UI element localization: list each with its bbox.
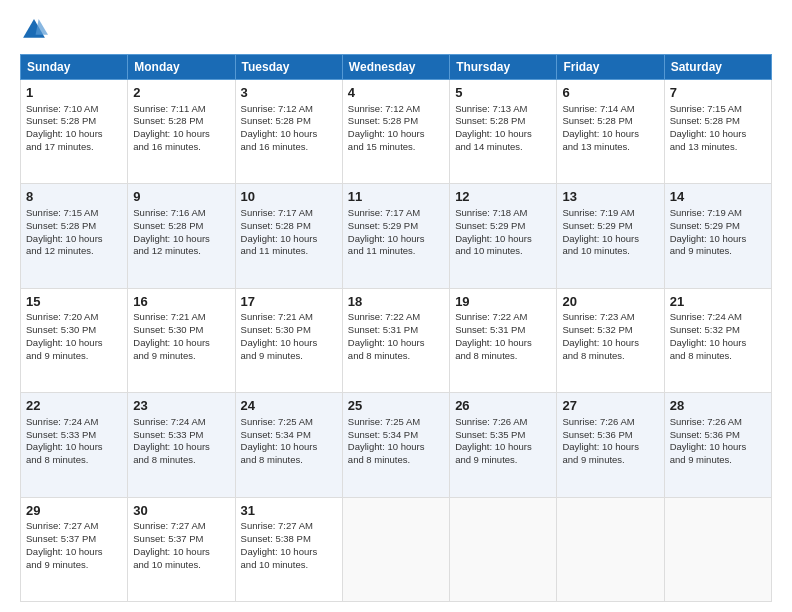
calendar-cell: 10Sunrise: 7:17 AMSunset: 5:28 PMDayligh…: [235, 184, 342, 288]
sunrise-label: Sunrise: 7:23 AM: [562, 311, 634, 322]
sunrise-label: Sunrise: 7:13 AM: [455, 103, 527, 114]
calendar-cell: 2Sunrise: 7:11 AMSunset: 5:28 PMDaylight…: [128, 80, 235, 184]
calendar-cell: [342, 497, 449, 601]
logo-icon: [20, 16, 48, 44]
sunrise-label: Sunrise: 7:24 AM: [26, 416, 98, 427]
sunset-label: Sunset: 5:29 PM: [562, 220, 632, 231]
sunrise-label: Sunrise: 7:15 AM: [670, 103, 742, 114]
daylight-minutes: and 8 minutes.: [26, 454, 88, 465]
sunrise-label: Sunrise: 7:20 AM: [26, 311, 98, 322]
svg-marker-1: [36, 19, 48, 35]
daylight-label: Daylight: 10 hours: [348, 128, 425, 139]
day-number: 21: [670, 293, 766, 311]
sunrise-label: Sunrise: 7:27 AM: [133, 520, 205, 531]
daylight-minutes: and 10 minutes.: [133, 559, 201, 570]
calendar-week-row: 22Sunrise: 7:24 AMSunset: 5:33 PMDayligh…: [21, 393, 772, 497]
daylight-minutes: and 13 minutes.: [562, 141, 630, 152]
daylight-label: Daylight: 10 hours: [241, 441, 318, 452]
daylight-label: Daylight: 10 hours: [562, 233, 639, 244]
daylight-minutes: and 16 minutes.: [133, 141, 201, 152]
calendar-week-row: 15Sunrise: 7:20 AMSunset: 5:30 PMDayligh…: [21, 288, 772, 392]
calendar-day-header: Wednesday: [342, 55, 449, 80]
sunset-label: Sunset: 5:29 PM: [455, 220, 525, 231]
calendar-day-header: Saturday: [664, 55, 771, 80]
daylight-label: Daylight: 10 hours: [348, 233, 425, 244]
day-number: 25: [348, 397, 444, 415]
sunset-label: Sunset: 5:28 PM: [133, 115, 203, 126]
calendar-week-row: 8Sunrise: 7:15 AMSunset: 5:28 PMDaylight…: [21, 184, 772, 288]
daylight-label: Daylight: 10 hours: [241, 128, 318, 139]
sunset-label: Sunset: 5:32 PM: [670, 324, 740, 335]
sunset-label: Sunset: 5:30 PM: [26, 324, 96, 335]
calendar-cell: [664, 497, 771, 601]
daylight-label: Daylight: 10 hours: [455, 441, 532, 452]
daylight-minutes: and 8 minutes.: [348, 454, 410, 465]
calendar-cell: 29Sunrise: 7:27 AMSunset: 5:37 PMDayligh…: [21, 497, 128, 601]
day-number: 9: [133, 188, 229, 206]
daylight-minutes: and 9 minutes.: [670, 245, 732, 256]
sunset-label: Sunset: 5:28 PM: [241, 220, 311, 231]
calendar-cell: 20Sunrise: 7:23 AMSunset: 5:32 PMDayligh…: [557, 288, 664, 392]
sunrise-label: Sunrise: 7:22 AM: [455, 311, 527, 322]
sunrise-label: Sunrise: 7:12 AM: [348, 103, 420, 114]
sunrise-label: Sunrise: 7:14 AM: [562, 103, 634, 114]
daylight-minutes: and 9 minutes.: [26, 559, 88, 570]
day-number: 20: [562, 293, 658, 311]
daylight-label: Daylight: 10 hours: [455, 128, 532, 139]
sunrise-label: Sunrise: 7:26 AM: [562, 416, 634, 427]
sunset-label: Sunset: 5:29 PM: [670, 220, 740, 231]
calendar-day-header: Monday: [128, 55, 235, 80]
day-number: 13: [562, 188, 658, 206]
sunset-label: Sunset: 5:28 PM: [670, 115, 740, 126]
sunrise-label: Sunrise: 7:24 AM: [133, 416, 205, 427]
day-number: 15: [26, 293, 122, 311]
day-number: 5: [455, 84, 551, 102]
sunset-label: Sunset: 5:35 PM: [455, 429, 525, 440]
sunrise-label: Sunrise: 7:15 AM: [26, 207, 98, 218]
calendar-cell: 24Sunrise: 7:25 AMSunset: 5:34 PMDayligh…: [235, 393, 342, 497]
calendar-cell: 27Sunrise: 7:26 AMSunset: 5:36 PMDayligh…: [557, 393, 664, 497]
day-number: 22: [26, 397, 122, 415]
sunset-label: Sunset: 5:28 PM: [241, 115, 311, 126]
calendar-cell: 15Sunrise: 7:20 AMSunset: 5:30 PMDayligh…: [21, 288, 128, 392]
calendar-cell: 19Sunrise: 7:22 AMSunset: 5:31 PMDayligh…: [450, 288, 557, 392]
sunrise-label: Sunrise: 7:21 AM: [133, 311, 205, 322]
daylight-label: Daylight: 10 hours: [241, 233, 318, 244]
daylight-minutes: and 11 minutes.: [241, 245, 309, 256]
sunrise-label: Sunrise: 7:17 AM: [241, 207, 313, 218]
sunset-label: Sunset: 5:28 PM: [455, 115, 525, 126]
daylight-label: Daylight: 10 hours: [670, 441, 747, 452]
sunrise-label: Sunrise: 7:10 AM: [26, 103, 98, 114]
calendar-week-row: 29Sunrise: 7:27 AMSunset: 5:37 PMDayligh…: [21, 497, 772, 601]
sunrise-label: Sunrise: 7:12 AM: [241, 103, 313, 114]
sunset-label: Sunset: 5:36 PM: [562, 429, 632, 440]
daylight-label: Daylight: 10 hours: [133, 128, 210, 139]
calendar-cell: 1Sunrise: 7:10 AMSunset: 5:28 PMDaylight…: [21, 80, 128, 184]
sunset-label: Sunset: 5:34 PM: [241, 429, 311, 440]
calendar-day-header: Friday: [557, 55, 664, 80]
day-number: 6: [562, 84, 658, 102]
day-number: 17: [241, 293, 337, 311]
sunrise-label: Sunrise: 7:22 AM: [348, 311, 420, 322]
calendar-cell: 3Sunrise: 7:12 AMSunset: 5:28 PMDaylight…: [235, 80, 342, 184]
daylight-label: Daylight: 10 hours: [455, 233, 532, 244]
day-number: 18: [348, 293, 444, 311]
daylight-label: Daylight: 10 hours: [26, 233, 103, 244]
sunrise-label: Sunrise: 7:27 AM: [241, 520, 313, 531]
day-number: 29: [26, 502, 122, 520]
sunset-label: Sunset: 5:33 PM: [133, 429, 203, 440]
daylight-minutes: and 8 minutes.: [562, 350, 624, 361]
day-number: 19: [455, 293, 551, 311]
calendar-header-row: SundayMondayTuesdayWednesdayThursdayFrid…: [21, 55, 772, 80]
day-number: 11: [348, 188, 444, 206]
calendar-table: SundayMondayTuesdayWednesdayThursdayFrid…: [20, 54, 772, 602]
sunset-label: Sunset: 5:33 PM: [26, 429, 96, 440]
daylight-minutes: and 9 minutes.: [133, 350, 195, 361]
sunset-label: Sunset: 5:30 PM: [241, 324, 311, 335]
daylight-minutes: and 8 minutes.: [455, 350, 517, 361]
calendar-cell: 14Sunrise: 7:19 AMSunset: 5:29 PMDayligh…: [664, 184, 771, 288]
sunrise-label: Sunrise: 7:19 AM: [562, 207, 634, 218]
calendar-day-header: Sunday: [21, 55, 128, 80]
daylight-minutes: and 16 minutes.: [241, 141, 309, 152]
day-number: 1: [26, 84, 122, 102]
